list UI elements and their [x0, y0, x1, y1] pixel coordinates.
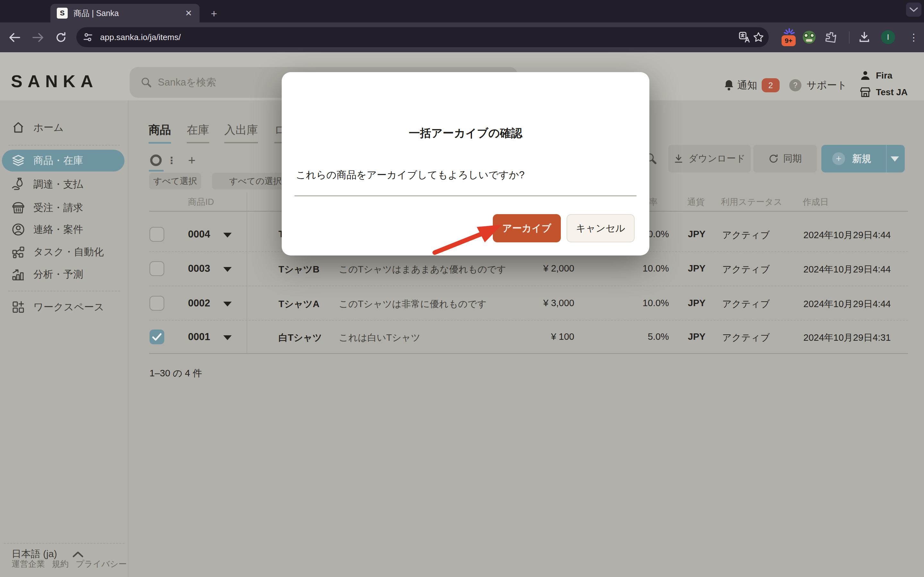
forward-icon[interactable] — [29, 29, 47, 47]
tab-title: 商品 | Sanka — [73, 8, 182, 19]
extension-frog-icon[interactable] — [803, 31, 816, 44]
basket-icon — [11, 201, 25, 214]
notifications-button[interactable]: 通知 2 — [724, 75, 780, 96]
sidebar-item-contacts-deals[interactable]: 連絡・案件 — [2, 219, 124, 240]
sidebar-item-analytics-forecast[interactable]: 分析・予測 — [2, 263, 124, 285]
cell-product-id[interactable]: 0001 — [188, 331, 210, 343]
sidebar-divider — [8, 291, 120, 292]
search-placeholder: Sankaを検索 — [158, 76, 216, 89]
app-logo[interactable]: SANKA — [11, 71, 98, 91]
cell-status: アクティブ — [722, 332, 770, 344]
check-icon — [152, 333, 162, 341]
cancel-button[interactable]: キャンセル — [567, 214, 635, 242]
cell-product-name: TシャツB — [278, 263, 320, 276]
cell-product-id[interactable]: 0003 — [188, 263, 210, 274]
sync-icon — [768, 153, 779, 164]
address-bar[interactable]: app.sanka.io/ja/items/ — [76, 27, 769, 47]
translate-icon[interactable] — [737, 30, 751, 44]
notification-count-badge: 2 — [762, 78, 780, 92]
sidebar-item-home[interactable]: ホーム — [2, 117, 124, 139]
browser-profile-avatar[interactable]: I — [881, 30, 895, 44]
person-circle-icon — [11, 223, 25, 236]
browser-menu-kebab-icon[interactable]: ⋮ — [907, 28, 921, 46]
sidebar — [0, 100, 128, 577]
tab-products[interactable]: 商品 — [149, 122, 171, 143]
row-caret-icon[interactable] — [223, 267, 232, 272]
cell-price: ¥ 100 — [510, 332, 574, 342]
workspace-row[interactable]: Test JA — [860, 84, 908, 101]
add-view-icon[interactable]: + — [185, 153, 199, 167]
support-button[interactable]: ? サポート — [789, 75, 847, 96]
site-favicon: S — [57, 8, 68, 19]
cell-status: アクティブ — [722, 298, 770, 311]
sidebar-item-workspace[interactable]: ワークスペース — [2, 296, 124, 318]
account-menu[interactable]: Fira Test JA — [860, 67, 908, 101]
cell-tax: 10.0% — [621, 298, 669, 308]
link-terms[interactable]: 規約 — [52, 558, 69, 570]
bookmark-star-icon[interactable] — [751, 30, 766, 44]
row-checkbox[interactable] — [150, 227, 164, 242]
sidebar-item-products-inventory[interactable]: 商品・在庫 — [2, 150, 124, 171]
chevron-up-icon — [73, 551, 83, 558]
cell-created: 2024年10月29日4:44 — [803, 263, 891, 276]
search-icon — [141, 77, 152, 88]
col-header-product-id[interactable]: 商品ID — [188, 196, 214, 208]
sidebar-item-procurement[interactable]: 調達・支払 — [2, 173, 124, 195]
new-dropdown-caret-icon[interactable] — [891, 156, 899, 161]
browser-tab[interactable]: S 商品 | Sanka ✕ — [50, 4, 200, 23]
link-company[interactable]: 運営企業 — [11, 558, 45, 570]
row-caret-icon[interactable] — [223, 301, 232, 306]
view-options-kebab-icon[interactable]: ⋮ — [167, 153, 176, 167]
download-button[interactable]: ダウンロード — [668, 145, 751, 172]
cell-created: 2024年10月29日4:44 — [803, 298, 891, 311]
sidebar-item-orders-invoices[interactable]: 受注・請求 — [2, 197, 124, 219]
reload-icon[interactable] — [52, 29, 70, 47]
back-icon[interactable] — [6, 29, 24, 47]
site-settings-icon[interactable] — [81, 30, 95, 44]
cell-description: これは白いTシャツ — [339, 332, 420, 344]
downloads-icon[interactable] — [857, 30, 871, 44]
cell-description: このTシャツはまあまあな優れものです — [339, 263, 506, 276]
new-button[interactable]: + 新規 — [821, 145, 905, 172]
workspace-grid-icon — [11, 300, 25, 314]
view-active-underline — [149, 170, 164, 171]
cell-product-id[interactable]: 0002 — [188, 298, 210, 309]
tab-in-out[interactable]: 入出庫 — [224, 122, 258, 143]
col-header-status[interactable]: 利用ステータス — [721, 196, 782, 208]
col-header-currency[interactable]: 通貨 — [687, 196, 704, 208]
cell-product-id[interactable]: 0004 — [188, 229, 210, 240]
extensions-puzzle-icon[interactable] — [824, 30, 838, 44]
tab-close-icon[interactable]: ✕ — [182, 7, 195, 19]
dialog-title: 一括アーカイブの確認 — [282, 126, 649, 141]
row-checkbox[interactable] — [150, 261, 164, 276]
row-checkbox[interactable] — [150, 296, 164, 311]
row-separator — [149, 320, 908, 321]
nodes-icon — [11, 245, 25, 259]
cell-status: アクティブ — [722, 263, 770, 276]
cell-product-name: TシャツA — [278, 298, 320, 311]
select-all-button[interactable]: すべて選択 — [149, 173, 201, 189]
view-circle-icon[interactable] — [150, 155, 162, 166]
cell-currency: JPY — [688, 298, 706, 308]
row-checkbox-checked[interactable] — [150, 330, 164, 344]
layers-icon — [11, 154, 25, 167]
plus-icon: + — [832, 152, 845, 165]
row-caret-icon[interactable] — [223, 335, 232, 340]
new-tab-button[interactable]: + — [207, 6, 221, 21]
tab-inventory[interactable]: 在庫 — [187, 122, 209, 143]
cell-currency: JPY — [688, 332, 706, 342]
url-text: app.sanka.io/ja/items/ — [100, 32, 737, 42]
col-header-created[interactable]: 作成日 — [803, 196, 829, 208]
chart-trend-icon — [11, 268, 25, 281]
help-icon: ? — [789, 79, 801, 91]
sidebar-item-tasks-automation[interactable]: タスク・自動化 — [2, 241, 124, 263]
sync-button[interactable]: 同期 — [753, 145, 817, 172]
row-caret-icon[interactable] — [223, 233, 232, 237]
cell-currency: JPY — [688, 229, 706, 239]
hand-bag-icon — [11, 177, 25, 191]
tab-search-chevron-icon[interactable] — [906, 3, 921, 17]
link-privacy[interactable]: プライバシー — [76, 558, 127, 570]
extension-9plus-icon[interactable]: 9+ — [779, 28, 796, 46]
user-row[interactable]: Fira — [860, 67, 908, 84]
cell-price: ¥ 2,000 — [510, 263, 574, 274]
